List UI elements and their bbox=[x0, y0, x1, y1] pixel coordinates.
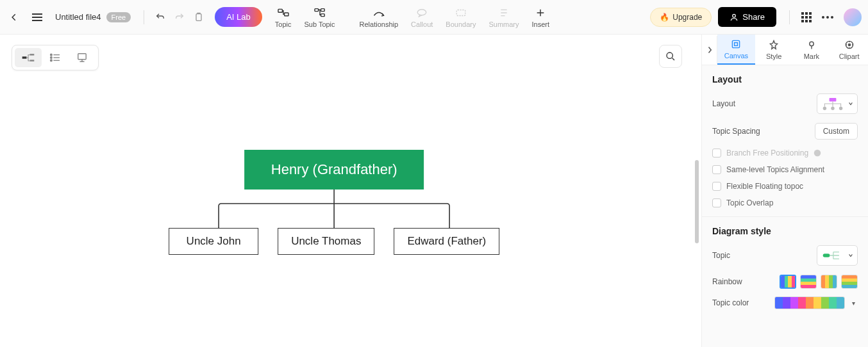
topic-color-field: Topic color ▾ bbox=[712, 296, 858, 309]
topic-overlap-option[interactable]: Topic Overlap bbox=[712, 198, 858, 207]
root-node[interactable]: Henry (Grandfather) bbox=[244, 150, 424, 190]
user-avatar[interactable] bbox=[844, 8, 862, 26]
tab-style[interactable]: Style bbox=[755, 35, 793, 64]
svg-rect-7 bbox=[456, 10, 465, 15]
layout-label: Layout bbox=[712, 99, 735, 108]
tab-mark[interactable]: Mark bbox=[793, 35, 831, 64]
flexible-float-label: Flexible Floating topoc bbox=[726, 182, 803, 191]
upgrade-label: Upgrade bbox=[672, 13, 702, 22]
summary-label: Summary bbox=[488, 20, 519, 28]
color-swatch[interactable] bbox=[821, 297, 829, 309]
summary-icon bbox=[499, 6, 509, 19]
color-swatch[interactable] bbox=[814, 297, 821, 309]
top-toolbar: Untitled file4 Free AI Lab Topic Sub Top… bbox=[0, 0, 868, 35]
svg-rect-1 bbox=[278, 9, 282, 12]
panel-body: Layout Layout Topic Spacing Custom Branc… bbox=[702, 65, 868, 347]
redo-button[interactable] bbox=[170, 8, 189, 27]
mindmap-diagram: Henry (Grandfather) Uncle John Uncle Tho… bbox=[169, 150, 499, 255]
same-level-checkbox[interactable] bbox=[712, 165, 721, 174]
rainbow-options bbox=[780, 275, 858, 289]
rainbow-opt-2[interactable] bbox=[800, 275, 817, 289]
same-level-label: Same-level Topics Alignment bbox=[726, 165, 824, 174]
color-swatch[interactable] bbox=[783, 297, 790, 309]
topic-tool[interactable]: Topic bbox=[269, 6, 298, 28]
file-name[interactable]: Untitled file4 bbox=[55, 12, 101, 22]
svg-rect-27 bbox=[823, 254, 830, 257]
tab-canvas[interactable]: Canvas bbox=[717, 35, 755, 65]
spacing-button[interactable]: Custom bbox=[815, 123, 858, 140]
info-icon bbox=[814, 149, 821, 157]
subtopic-label: Sub Topic bbox=[304, 20, 335, 28]
undo-button[interactable] bbox=[151, 8, 170, 27]
svg-point-19 bbox=[810, 42, 814, 45]
rainbow-label: Rainbow bbox=[712, 277, 742, 286]
svg-point-21 bbox=[848, 44, 850, 45]
rainbow-opt-1[interactable] bbox=[780, 275, 796, 289]
canvas-icon bbox=[731, 38, 741, 50]
insert-label: Insert bbox=[532, 20, 550, 28]
children-row: Uncle John Uncle Thomas Edward (Father) bbox=[169, 228, 499, 255]
panel-tabs: Canvas Style Mark Clipart bbox=[702, 35, 868, 65]
color-swatch[interactable] bbox=[806, 297, 814, 309]
child-node-0[interactable]: Uncle John bbox=[169, 228, 258, 255]
flexible-float-checkbox[interactable] bbox=[712, 182, 721, 191]
boundary-label: Boundary bbox=[446, 20, 476, 28]
same-level-option[interactable]: Same-level Topics Alignment bbox=[712, 165, 858, 174]
spacing-field: Topic Spacing Custom bbox=[712, 123, 858, 140]
collapse-panel-button[interactable] bbox=[702, 36, 717, 64]
callout-label: Callout bbox=[411, 20, 433, 28]
relationship-tool[interactable]: Relationship bbox=[353, 6, 405, 28]
insert-tool[interactable]: Insert bbox=[526, 6, 556, 28]
side-panel: Canvas Style Mark Clipart Layout Layout bbox=[701, 35, 868, 347]
back-button[interactable] bbox=[6, 10, 22, 25]
share-label: Share bbox=[742, 12, 765, 22]
canvas[interactable]: Henry (Grandfather) Uncle John Uncle Tho… bbox=[0, 35, 701, 347]
topic-style-picker[interactable] bbox=[817, 245, 858, 266]
color-swatch[interactable] bbox=[790, 297, 798, 309]
branch-free-label: Branch Free Positioning bbox=[726, 149, 808, 157]
layout-preview-icon bbox=[821, 97, 844, 111]
rainbow-opt-3[interactable] bbox=[821, 275, 837, 289]
color-palette[interactable] bbox=[774, 296, 845, 309]
divider bbox=[789, 10, 790, 24]
color-swatch[interactable] bbox=[829, 297, 837, 309]
vertical-scrollbar[interactable] bbox=[695, 160, 699, 243]
subtopic-tool[interactable]: Sub Topic bbox=[297, 6, 341, 28]
apps-button[interactable] bbox=[801, 12, 812, 22]
style-icon bbox=[769, 39, 779, 51]
topic-overlap-label: Topic Overlap bbox=[726, 198, 773, 207]
flexible-float-option[interactable]: Flexible Floating topoc bbox=[712, 182, 858, 191]
connectors bbox=[169, 190, 499, 228]
branch-free-checkbox bbox=[712, 149, 721, 157]
child-node-1[interactable]: Uncle Thomas bbox=[278, 228, 374, 255]
rainbow-opt-4[interactable] bbox=[841, 275, 858, 289]
chevron-down-icon bbox=[848, 101, 853, 106]
spacing-label: Topic Spacing bbox=[712, 127, 760, 136]
diagram-style-title: Diagram style bbox=[712, 226, 858, 236]
relationship-label: Relationship bbox=[360, 20, 399, 28]
clipboard-button[interactable] bbox=[189, 8, 208, 27]
callout-icon bbox=[416, 6, 428, 19]
palette-more-button[interactable]: ▾ bbox=[849, 300, 858, 307]
summary-tool: Summary bbox=[482, 6, 525, 28]
ai-lab-button[interactable]: AI Lab bbox=[215, 7, 262, 27]
share-button[interactable]: Share bbox=[718, 7, 776, 27]
mark-icon bbox=[806, 39, 817, 51]
person-icon bbox=[730, 13, 739, 22]
layout-section-title: Layout bbox=[712, 74, 858, 85]
topic-color-label: Topic color bbox=[712, 298, 749, 307]
tab-clipart[interactable]: Clipart bbox=[830, 35, 868, 64]
menu-button[interactable] bbox=[32, 13, 42, 21]
color-swatch[interactable] bbox=[775, 297, 783, 309]
svg-point-8 bbox=[733, 14, 736, 17]
color-swatch[interactable] bbox=[837, 297, 844, 309]
upgrade-button[interactable]: 🔥 Upgrade bbox=[650, 8, 712, 27]
child-node-2[interactable]: Edward (Father) bbox=[394, 228, 499, 255]
color-swatch[interactable] bbox=[798, 297, 806, 309]
topic-overlap-checkbox[interactable] bbox=[712, 198, 721, 207]
rainbow-field: Rainbow bbox=[712, 275, 858, 289]
clipart-icon bbox=[844, 39, 855, 51]
plan-badge: Free bbox=[106, 12, 131, 22]
layout-picker[interactable] bbox=[817, 93, 858, 114]
more-button[interactable] bbox=[822, 16, 833, 19]
